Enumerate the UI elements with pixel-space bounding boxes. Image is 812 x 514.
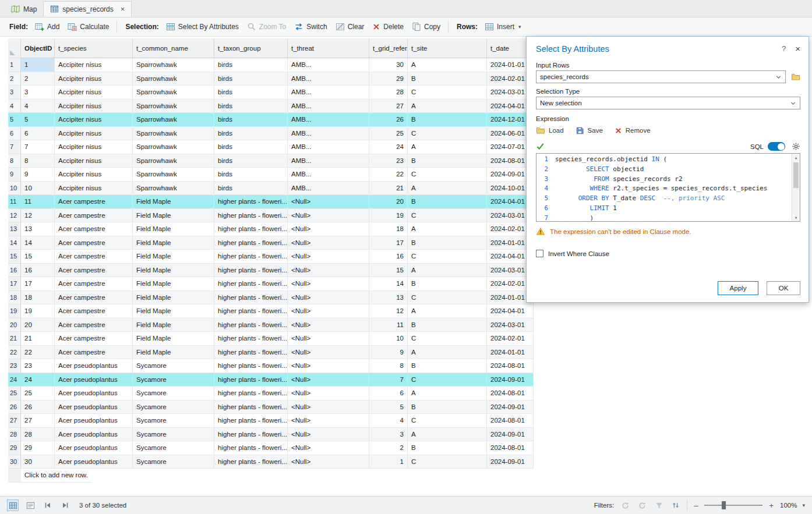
zoom-slider[interactable]	[704, 501, 762, 510]
cell-t-site[interactable]: C	[408, 127, 487, 141]
scrollbar-thumb[interactable]	[793, 162, 799, 188]
cell-t-grid-refer[interactable]: 25	[369, 127, 408, 141]
help-icon[interactable]: ?	[782, 44, 786, 53]
table-row-4[interactable]: 44Accipiter nisusSparrowhawkbirdsAMB...2…	[8, 100, 534, 114]
table-row-14[interactable]: 1414Acer campestreField Maplehigher plan…	[8, 236, 534, 250]
cell-t-site[interactable]: A	[408, 304, 487, 318]
cell-t-grid-refer[interactable]: 15	[369, 264, 408, 278]
cell-t-threat[interactable]: AMB...	[288, 140, 369, 154]
cell-t-site[interactable]: B	[408, 195, 487, 209]
cell-t-taxon-group[interactable]: higher plants - floweri...	[214, 455, 288, 469]
row-number[interactable]: 24	[8, 373, 21, 387]
cell-objectid[interactable]: 8	[21, 154, 55, 168]
cell-t-taxon-group[interactable]: birds	[214, 86, 288, 100]
table-row-6[interactable]: 66Accipiter nisusSparrowhawkbirdsAMB...2…	[8, 127, 534, 141]
table-row-18[interactable]: 1818Acer campestreField Maplehigher plan…	[8, 291, 534, 305]
cell-t-date[interactable]: 2024-08-01	[487, 441, 534, 455]
cell-t-site[interactable]: C	[408, 291, 487, 305]
cell-t-species[interactable]: Acer pseudoplantus	[55, 373, 133, 387]
cell-t-species[interactable]: Accipiter nisus	[55, 127, 133, 141]
cell-t-common-name[interactable]: Sparrowhawk	[133, 182, 214, 196]
scroll-up-icon[interactable]: ▲	[792, 154, 800, 161]
cell-objectid[interactable]: 9	[21, 168, 55, 182]
table-row-2[interactable]: 22Accipiter nisusSparrowhawkbirdsAMB...2…	[8, 72, 534, 86]
cell-t-common-name[interactable]: Sycamore	[133, 441, 214, 455]
cell-t-common-name[interactable]: Sparrowhawk	[133, 113, 214, 127]
cell-t-site[interactable]: B	[408, 236, 487, 250]
cell-t-taxon-group[interactable]: higher plants - floweri...	[214, 222, 288, 236]
cell-t-grid-refer[interactable]: 29	[369, 72, 408, 86]
cell-objectid[interactable]: 6	[21, 127, 55, 141]
table-row-27[interactable]: 2727Acer pseudoplantusSycamorehigher pla…	[8, 414, 534, 428]
row-number[interactable]: 8	[8, 154, 21, 168]
cell-t-taxon-group[interactable]: birds	[214, 168, 288, 182]
cell-t-common-name[interactable]: Field Maple	[133, 291, 214, 305]
table-row-10[interactable]: 1010Accipiter nisusSparrowhawkbirdsAMB..…	[8, 182, 534, 196]
column-header-t-taxon-group[interactable]: t_taxon_group	[214, 38, 288, 58]
cell-t-grid-refer[interactable]: 18	[369, 222, 408, 236]
cell-t-taxon-group[interactable]: higher plants - floweri...	[214, 236, 288, 250]
row-number[interactable]: 26	[8, 400, 21, 414]
cell-objectid[interactable]: 27	[21, 414, 55, 428]
cell-objectid[interactable]: 18	[21, 291, 55, 305]
table-view-icon[interactable]	[7, 499, 19, 511]
cell-t-species[interactable]: Accipiter nisus	[55, 58, 133, 72]
column-header-t-common-name[interactable]: t_common_name	[133, 38, 214, 58]
last-record-icon[interactable]	[59, 499, 71, 511]
zoom-in-button[interactable]: +	[768, 501, 775, 510]
zoom-level[interactable]: 100%	[780, 502, 797, 509]
cell-t-taxon-group[interactable]: higher plants - floweri...	[214, 291, 288, 305]
cell-objectid[interactable]: 29	[21, 441, 55, 455]
cell-t-threat[interactable]: <Null>	[288, 195, 369, 209]
cell-t-taxon-group[interactable]: higher plants - floweri...	[214, 277, 288, 291]
cell-t-site[interactable]: B	[408, 400, 487, 414]
tab-close-icon[interactable]: ×	[121, 5, 125, 13]
cell-objectid[interactable]: 14	[21, 236, 55, 250]
cell-objectid[interactable]: 1	[21, 58, 55, 72]
cell-t-date[interactable]: 2024-08-01	[487, 387, 534, 400]
table-row-3[interactable]: 33Accipiter nisusSparrowhawkbirdsAMB...2…	[8, 86, 534, 100]
cell-t-grid-refer[interactable]: 30	[369, 58, 408, 72]
cell-t-grid-refer[interactable]: 14	[369, 277, 408, 291]
table-row-7[interactable]: 77Accipiter nisusSparrowhawkbirdsAMB...2…	[8, 140, 534, 154]
cell-objectid[interactable]: 30	[21, 455, 55, 469]
cell-t-threat[interactable]: <Null>	[288, 304, 369, 318]
cell-t-common-name[interactable]: Sparrowhawk	[133, 86, 214, 100]
ok-button[interactable]: OK	[767, 281, 800, 295]
cell-t-species[interactable]: Acer campestre	[55, 209, 133, 223]
cell-t-site[interactable]: C	[408, 168, 487, 182]
row-number[interactable]: 12	[8, 209, 21, 223]
cell-t-threat[interactable]: AMB...	[288, 58, 369, 72]
row-number[interactable]: 19	[8, 304, 21, 318]
row-number[interactable]: 16	[8, 264, 21, 278]
cell-t-threat[interactable]: AMB...	[288, 86, 369, 100]
cell-t-threat[interactable]: AMB...	[288, 72, 369, 86]
cell-t-species[interactable]: Accipiter nisus	[55, 100, 133, 114]
cell-t-threat[interactable]: AMB...	[288, 113, 369, 127]
row-number[interactable]: 11	[8, 195, 21, 209]
cell-t-common-name[interactable]: Sycamore	[133, 428, 214, 442]
cell-t-taxon-group[interactable]: birds	[214, 72, 288, 86]
cell-t-common-name[interactable]: Sycamore	[133, 400, 214, 414]
cell-t-species[interactable]: Acer campestre	[55, 264, 133, 278]
cell-t-site[interactable]: B	[408, 113, 487, 127]
cell-t-taxon-group[interactable]: higher plants - floweri...	[214, 332, 288, 346]
row-number[interactable]: 1	[8, 58, 21, 72]
cell-t-taxon-group[interactable]: higher plants - floweri...	[214, 359, 288, 373]
invert-where-clause-checkbox[interactable]	[536, 250, 543, 257]
row-number[interactable]: 3	[8, 86, 21, 100]
toolbar-button-clear[interactable]: Clear	[331, 20, 369, 34]
cell-t-common-name[interactable]: Sycamore	[133, 387, 214, 400]
browse-folder-icon[interactable]	[791, 72, 800, 81]
cell-t-species[interactable]: Acer campestre	[55, 277, 133, 291]
cell-objectid[interactable]: 28	[21, 428, 55, 442]
column-header-t-threat[interactable]: t_threat	[288, 38, 369, 58]
table-row-24[interactable]: 2424Acer pseudoplantusSycamorehigher pla…	[8, 373, 534, 387]
cell-objectid[interactable]: 17	[21, 277, 55, 291]
load-expression-button[interactable]: Load	[536, 126, 564, 135]
cell-t-threat[interactable]: <Null>	[288, 414, 369, 428]
row-number[interactable]: 6	[8, 127, 21, 141]
cell-t-taxon-group[interactable]: birds	[214, 113, 288, 127]
cell-t-site[interactable]: B	[408, 154, 487, 168]
editor-scrollbar[interactable]: ▲ ▼	[792, 154, 800, 221]
